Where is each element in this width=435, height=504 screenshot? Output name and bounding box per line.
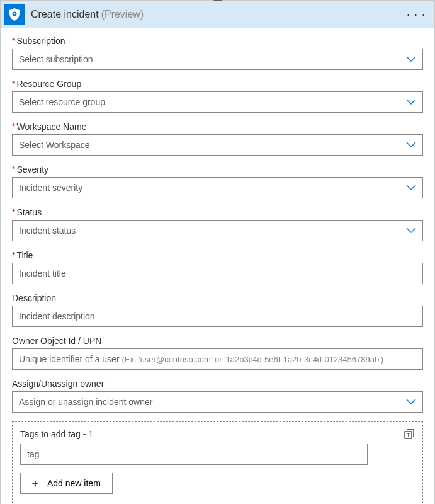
- label-assign-owner: Assign/Unassign owner: [12, 379, 423, 389]
- card-title: Create incident: [31, 9, 99, 20]
- input-description[interactable]: Incident description: [12, 306, 423, 327]
- label-workspace-name: *Workspace Name: [12, 122, 423, 132]
- tags-input[interactable]: tag: [20, 444, 368, 465]
- chevron-down-icon: [406, 99, 416, 105]
- more-menu-icon[interactable]: · · ·: [407, 8, 426, 21]
- chevron-down-icon: [406, 399, 416, 405]
- card-preview-tag: (Preview): [101, 9, 144, 20]
- select-resource-group-placeholder: Select resource group: [19, 97, 105, 107]
- select-assign-owner-placeholder: Assign or unassign incident owner: [19, 397, 152, 407]
- tags-section: Tags to add tag - 1 T tag ＋ Add new item: [12, 421, 423, 503]
- svg-point-1: [14, 13, 16, 15]
- label-description: Description: [12, 293, 423, 303]
- field-workspace-name: *Workspace Name Select Workspace: [12, 122, 423, 156]
- tags-header-label: Tags to add tag - 1: [20, 429, 93, 439]
- field-owner-id: Owner Object Id / UPN Unique identifier …: [12, 336, 423, 370]
- field-subscription: *Subscription Select subscription: [12, 36, 423, 70]
- input-title-placeholder: Incident title: [19, 268, 66, 278]
- select-assign-owner[interactable]: Assign or unassign incident owner: [12, 391, 423, 413]
- chevron-down-icon: [406, 56, 416, 62]
- add-new-item-label: Add new item: [47, 478, 101, 488]
- select-severity-placeholder: Incident severity: [19, 183, 82, 193]
- input-title[interactable]: Incident title: [12, 263, 423, 284]
- chevron-down-icon: [406, 185, 416, 191]
- card-header: Create incident (Preview) · · ·: [1, 1, 434, 28]
- chevron-down-icon: [406, 142, 416, 148]
- input-owner-id-placeholder: Unique identifier of a user (Ex. 'user@c…: [19, 354, 383, 364]
- field-description: Description Incident description: [12, 293, 423, 327]
- input-owner-id[interactable]: Unique identifier of a user (Ex. 'user@c…: [12, 348, 423, 370]
- tags-input-value: tag: [27, 449, 39, 459]
- select-severity[interactable]: Incident severity: [12, 177, 423, 198]
- select-status-placeholder: Incident status: [19, 226, 76, 236]
- field-resource-group: *Resource Group Select resource group: [12, 79, 423, 113]
- add-new-item-button[interactable]: ＋ Add new item: [20, 472, 113, 494]
- create-incident-card: Create incident (Preview) · · · *Subscri…: [0, 0, 435, 504]
- select-workspace-name-placeholder: Select Workspace: [19, 140, 90, 150]
- input-description-placeholder: Incident description: [19, 311, 95, 321]
- select-subscription-placeholder: Select subscription: [19, 54, 93, 64]
- label-resource-group: *Resource Group: [12, 79, 423, 89]
- select-resource-group[interactable]: Select resource group: [12, 91, 423, 113]
- label-subscription: *Subscription: [12, 36, 423, 46]
- label-status: *Status: [12, 207, 423, 217]
- select-workspace-name[interactable]: Select Workspace: [12, 134, 423, 156]
- tags-header: Tags to add tag - 1 T: [20, 428, 415, 440]
- sentinel-shield-icon: [4, 4, 25, 25]
- field-severity: *Severity Incident severity: [12, 164, 423, 198]
- field-title: *Title Incident title: [12, 250, 423, 284]
- chevron-down-icon: [406, 227, 416, 234]
- label-owner-id: Owner Object Id / UPN: [12, 336, 423, 346]
- field-assign-owner: Assign/Unassign owner Assign or unassign…: [12, 379, 423, 413]
- field-status: *Status Incident status: [12, 207, 423, 241]
- label-severity: *Severity: [12, 164, 423, 175]
- card-body: *Subscription Select subscription *Resou…: [1, 28, 434, 504]
- select-subscription[interactable]: Select subscription: [12, 49, 423, 70]
- dynamic-content-icon[interactable]: T: [404, 428, 415, 440]
- select-status[interactable]: Incident status: [12, 220, 423, 241]
- plus-icon: ＋: [30, 479, 41, 488]
- label-title: *Title: [12, 250, 423, 260]
- svg-text:T: T: [407, 432, 410, 438]
